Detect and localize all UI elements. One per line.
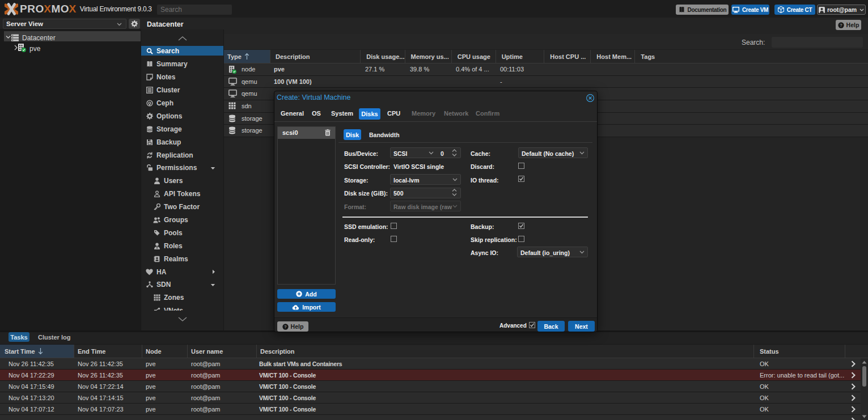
svg-text:?: ?	[840, 23, 842, 28]
svg-text:?: ?	[284, 324, 287, 329]
